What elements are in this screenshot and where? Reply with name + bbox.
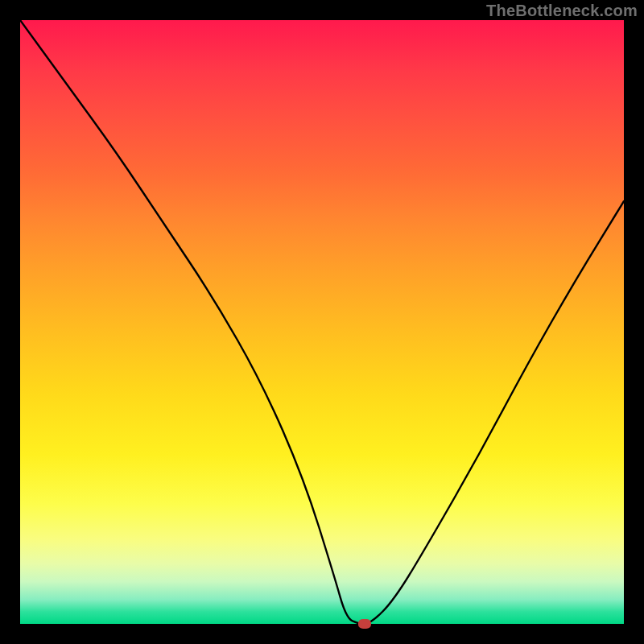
chart-frame: TheBottleneck.com [0,0,644,644]
ideal-point-marker [358,619,371,629]
plot-area [20,20,624,624]
site-brand: TheBottleneck.com [486,2,638,20]
bottleneck-curve [20,20,624,624]
